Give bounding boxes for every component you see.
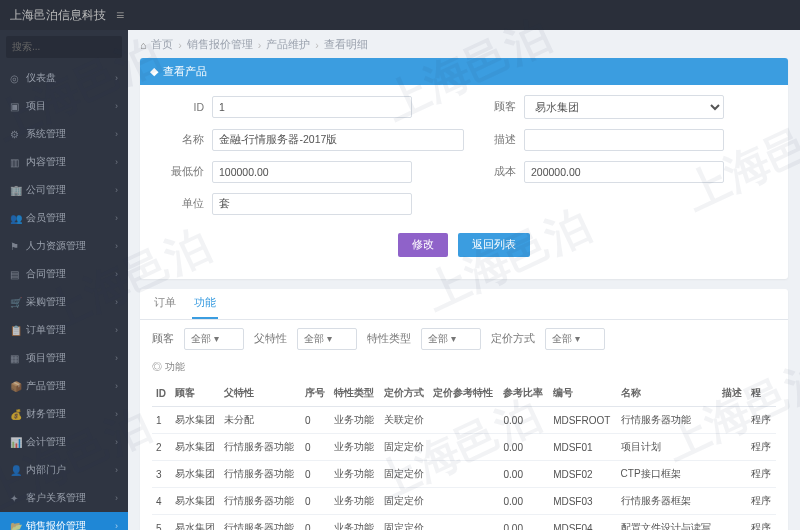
sidebar-item-10[interactable]: ▦项目管理› — [0, 344, 128, 372]
sidebar-icon: 📦 — [10, 381, 20, 392]
sidebar-item-5[interactable]: 👥会员管理› — [0, 204, 128, 232]
cell-id: 1 — [152, 407, 171, 434]
filter-parent[interactable]: 全部 ▾ — [297, 328, 357, 350]
sidebar-item-7[interactable]: ▤合同管理› — [0, 260, 128, 288]
cell-id: 4 — [152, 488, 171, 515]
cell-desc — [718, 434, 747, 461]
sidebar-item-11[interactable]: 📦产品管理› — [0, 372, 128, 400]
col-customer[interactable]: 顾客 — [171, 380, 221, 407]
table-row[interactable]: 3易水集团行情服务器功能0业务功能固定定价0.00MDSF02CTP接口框架程序 — [152, 461, 776, 488]
col-code[interactable]: 编号 — [549, 380, 616, 407]
col-pref[interactable]: 定价参考特性 — [429, 380, 499, 407]
input-cost[interactable] — [524, 161, 724, 183]
sidebar-item-14[interactable]: 👤内部门户› — [0, 456, 128, 484]
sidebar-item-4[interactable]: 🏢公司管理› — [0, 176, 128, 204]
cell-desc — [718, 488, 747, 515]
col-seq[interactable]: 序号 — [301, 380, 330, 407]
cell-id: 5 — [152, 515, 171, 531]
sidebar-icon: ▦ — [10, 353, 20, 364]
sidebar-item-0[interactable]: ◎仪表盘› — [0, 64, 128, 92]
crumb-b[interactable]: 产品维护 — [266, 38, 310, 52]
filter-customer-label: 顾客 — [152, 332, 174, 346]
home-icon[interactable]: ⌂ — [140, 39, 146, 51]
col-id[interactable]: ID — [152, 380, 171, 407]
label-name: 名称 — [152, 133, 212, 147]
input-minprice[interactable] — [212, 161, 412, 183]
cell-rate: 0.00 — [499, 434, 549, 461]
sidebar-label: 合同管理 — [26, 267, 66, 281]
sidebar-search[interactable]: 搜索... — [6, 36, 122, 58]
sidebar-label: 会员管理 — [26, 211, 66, 225]
cell-name: 行情服务器框架 — [617, 488, 718, 515]
input-unit[interactable] — [212, 193, 412, 215]
cell-rate: 0.00 — [499, 461, 549, 488]
chevron-icon: › — [115, 381, 118, 391]
sidebar-label: 内部门户 — [26, 463, 66, 477]
panel-title: 查看产品 — [163, 64, 207, 79]
select-customer[interactable]: 易水集团 — [524, 95, 724, 119]
table-row[interactable]: 5易水集团行情服务器功能0业务功能固定定价0.00MDSF04配置文件设计与读写… — [152, 515, 776, 531]
sidebar-label: 会计管理 — [26, 435, 66, 449]
filter-pricing[interactable]: 全部 ▾ — [545, 328, 605, 350]
cell-desc — [718, 407, 747, 434]
col-type[interactable]: 特性类型 — [330, 380, 380, 407]
sidebar-icon: 📊 — [10, 437, 20, 448]
sidebar-item-1[interactable]: ▣项目› — [0, 92, 128, 120]
tab-orders[interactable]: 订单 — [152, 289, 178, 319]
cell-type: 业务功能 — [330, 515, 380, 531]
col-pricing[interactable]: 定价方式 — [380, 380, 430, 407]
col-pt[interactable]: 程 — [747, 380, 776, 407]
sidebar-icon: 👥 — [10, 213, 20, 224]
sidebar-icon: 👤 — [10, 465, 20, 476]
input-name[interactable] — [212, 129, 464, 151]
edit-button[interactable]: 修改 — [398, 233, 448, 257]
table-row[interactable]: 1易水集团未分配0业务功能关联定价0.00MDSFROOT行情服务器功能程序 — [152, 407, 776, 434]
filter-parent-label: 父特性 — [254, 332, 287, 346]
sidebar-icon: ▤ — [10, 269, 20, 280]
cell-code: MDSF04 — [549, 515, 616, 531]
filter-type[interactable]: 全部 ▾ — [421, 328, 481, 350]
label-unit: 单位 — [152, 197, 212, 211]
col-name[interactable]: 名称 — [617, 380, 718, 407]
table-row[interactable]: 2易水集团行情服务器功能0业务功能固定定价0.00MDSF01项目计划程序 — [152, 434, 776, 461]
crumb-a[interactable]: 销售报价管理 — [187, 38, 253, 52]
cell-name: 配置文件设计与读写 — [617, 515, 718, 531]
cell-pricing: 固定定价 — [380, 488, 430, 515]
sidebar-item-13[interactable]: 📊会计管理› — [0, 428, 128, 456]
sidebar-icon: 📋 — [10, 325, 20, 336]
col-rate[interactable]: 参考比率 — [499, 380, 549, 407]
col-desc[interactable]: 描述 — [718, 380, 747, 407]
input-desc[interactable] — [524, 129, 724, 151]
label-cost: 成本 — [464, 165, 524, 179]
back-button[interactable]: 返回列表 — [458, 233, 530, 257]
table-row[interactable]: 4易水集团行情服务器功能0业务功能固定定价0.00MDSF03行情服务器框架程序 — [152, 488, 776, 515]
chevron-icon: › — [115, 521, 118, 530]
function-toggle[interactable]: ◎ 功能 — [140, 358, 788, 380]
filter-customer[interactable]: 全部 ▾ — [184, 328, 244, 350]
sidebar-item-8[interactable]: 🛒采购管理› — [0, 288, 128, 316]
sidebar-label: 订单管理 — [26, 323, 66, 337]
chevron-icon: › — [115, 129, 118, 139]
breadcrumb: ⌂ 首页 › 销售报价管理 › 产品维护 › 查看明细 — [140, 38, 788, 52]
sidebar-label: 人力资源管理 — [26, 239, 86, 253]
col-parent[interactable]: 父特性 — [220, 380, 301, 407]
input-id[interactable] — [212, 96, 412, 118]
sidebar-label: 系统管理 — [26, 127, 66, 141]
sidebar-item-3[interactable]: ▥内容管理› — [0, 148, 128, 176]
sidebar-item-6[interactable]: ⚑人力资源管理› — [0, 232, 128, 260]
crumb-home[interactable]: 首页 — [151, 38, 173, 52]
tab-features[interactable]: 功能 — [192, 289, 218, 319]
cell-seq: 0 — [301, 488, 330, 515]
sidebar-item-9[interactable]: 📋订单管理› — [0, 316, 128, 344]
cell-type: 业务功能 — [330, 461, 380, 488]
sidebar-item-15[interactable]: ✦客户关系管理› — [0, 484, 128, 512]
sidebar-item-16[interactable]: 📂销售报价管理› — [0, 512, 128, 530]
sidebar-item-2[interactable]: ⚙系统管理› — [0, 120, 128, 148]
sidebar-item-12[interactable]: 💰财务管理› — [0, 400, 128, 428]
sidebar-icon: ⚙ — [10, 129, 20, 140]
cell-customer: 易水集团 — [171, 461, 221, 488]
cell-name: CTP接口框架 — [617, 461, 718, 488]
menu-icon[interactable]: ≡ — [116, 7, 124, 23]
cell-name: 行情服务器功能 — [617, 407, 718, 434]
cell-customer: 易水集团 — [171, 434, 221, 461]
